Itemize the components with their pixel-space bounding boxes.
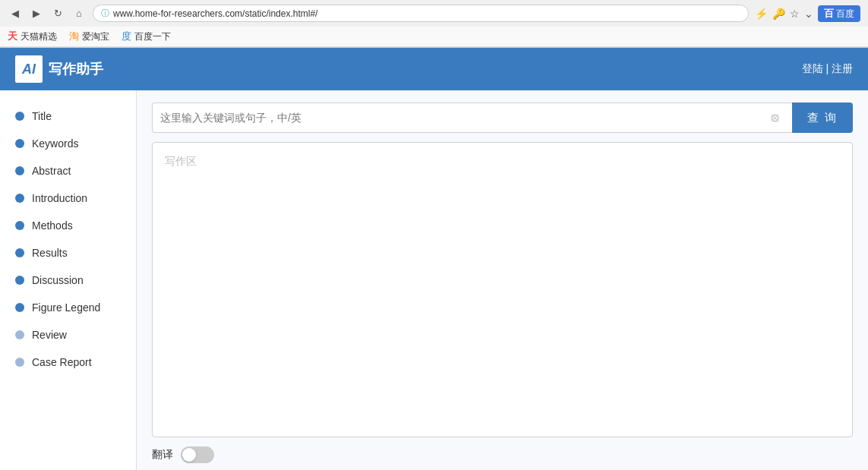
search-input-wrapper: ⦻ — [152, 103, 792, 133]
bookmark-baidu[interactable]: 度 百度一下 — [122, 30, 171, 43]
header-auth: 登陆 | 注册 — [802, 62, 853, 76]
login-link[interactable]: 登陆 — [802, 62, 823, 74]
nav-back-btn[interactable]: ◀ — [8, 6, 23, 21]
sidebar-label-discussion: Discussion — [32, 274, 84, 286]
tianmao-label: 天猫精选 — [21, 30, 57, 43]
sidebar-label-review: Review — [32, 329, 67, 341]
sidebar-dot-case-report — [15, 358, 24, 367]
baidu-bookmark-label: 百度一下 — [134, 30, 171, 43]
sidebar-item-review[interactable]: Review — [0, 321, 136, 349]
lightning-icon[interactable]: ⚡ — [755, 8, 768, 20]
translation-row: 翻译 — [152, 446, 853, 463]
sidebar-dot-introduction — [15, 194, 24, 203]
browser-chrome: ◀ ▶ ↻ ⌂ ⓘ www.home-for-researchers.com/s… — [0, 0, 868, 48]
sidebar-dot-abstract — [15, 166, 24, 175]
sidebar-item-figure-legend[interactable]: Figure Legend — [0, 294, 136, 321]
tianmao-icon: 天 — [8, 30, 17, 43]
star-icon[interactable]: ☆ — [790, 8, 800, 20]
app-header: AI 写作助手 登陆 | 注册 — [0, 48, 868, 90]
key-icon[interactable]: 🔑 — [772, 8, 785, 20]
sidebar-dot-methods — [15, 221, 24, 230]
browser-toolbar: ◀ ▶ ↻ ⌂ ⓘ www.home-for-researchers.com/s… — [0, 0, 868, 27]
baidu-label: 百度 — [836, 8, 854, 19]
sidebar-label-results: Results — [32, 247, 68, 259]
taobao-icon: 淘 — [69, 30, 79, 43]
search-button[interactable]: 查 询 — [792, 103, 853, 133]
sidebar-dot-figure-legend — [15, 303, 24, 312]
writing-placeholder: 写作区 — [165, 155, 197, 167]
app-logo: AI 写作助手 — [15, 55, 103, 83]
sidebar-item-methods[interactable]: Methods — [0, 212, 136, 239]
bookmark-tianmao[interactable]: 天 天猫精选 — [8, 30, 57, 43]
search-clear-button[interactable]: ⦻ — [766, 111, 784, 125]
auth-separator: | — [823, 62, 832, 74]
sidebar-item-keywords[interactable]: Keywords — [0, 130, 136, 157]
sidebar-label-introduction: Introduction — [32, 192, 87, 204]
security-icon: ⓘ — [101, 8, 109, 19]
register-link[interactable]: 注册 — [832, 62, 853, 74]
address-bar[interactable]: ⓘ www.home-for-researchers.com/static/in… — [93, 5, 749, 22]
sidebar-label-figure-legend: Figure Legend — [32, 301, 100, 314]
sidebar-label-case-report: Case Report — [32, 356, 92, 368]
sidebar-item-case-report[interactable]: Case Report — [0, 349, 136, 376]
nav-refresh-btn[interactable]: ↻ — [50, 6, 65, 21]
translation-toggle[interactable] — [181, 446, 214, 463]
bookmarks-bar: 天 天猫精选 淘 爱淘宝 度 百度一下 — [0, 27, 868, 47]
bookmark-taobao[interactable]: 淘 爱淘宝 — [69, 30, 109, 43]
sidebar-item-abstract[interactable]: Abstract — [0, 157, 136, 185]
search-row: ⦻ 查 询 — [152, 103, 853, 133]
sidebar-label-abstract: Abstract — [32, 165, 71, 177]
sidebar-label-methods: Methods — [32, 219, 73, 232]
translation-label: 翻译 — [152, 448, 173, 462]
main-panel: ⦻ 查 询 写作区 翻译 — [137, 90, 868, 470]
sidebar-label-keywords: Keywords — [32, 137, 78, 150]
sidebar-label-title: Title — [32, 110, 52, 122]
sidebar-item-introduction[interactable]: Introduction — [0, 185, 136, 212]
toggle-knob — [182, 448, 196, 462]
sidebar-item-results[interactable]: Results — [0, 239, 136, 267]
search-input[interactable] — [160, 112, 766, 124]
sidebar-dot-title — [15, 112, 24, 121]
app-body: Title Keywords Abstract Introduction Met… — [0, 90, 868, 470]
sidebar-dot-results — [15, 248, 24, 257]
nav-home-btn[interactable]: ⌂ — [71, 6, 87, 21]
logo-text: 写作助手 — [49, 60, 103, 78]
logo-ai-text: AI — [22, 62, 36, 77]
chevron-down-icon[interactable]: ⌄ — [804, 8, 813, 20]
writing-area[interactable]: 写作区 — [152, 142, 853, 437]
taobao-label: 爱淘宝 — [82, 30, 109, 43]
url-text: www.home-for-researchers.com/static/inde… — [113, 8, 740, 19]
baidu-button[interactable]: 百 百度 — [818, 5, 860, 22]
sidebar-dot-keywords — [15, 139, 24, 148]
baidu-bookmark-icon: 度 — [122, 30, 131, 43]
sidebar-dot-discussion — [15, 276, 24, 285]
browser-right-icons: ⚡ 🔑 ☆ ⌄ 百 百度 — [755, 5, 860, 22]
app-wrapper: AI 写作助手 登陆 | 注册 Title Keywords Abstract — [0, 48, 868, 470]
sidebar: Title Keywords Abstract Introduction Met… — [0, 90, 137, 470]
nav-forward-btn[interactable]: ▶ — [29, 6, 44, 21]
sidebar-item-discussion[interactable]: Discussion — [0, 267, 136, 294]
baidu-logo: 百 — [824, 8, 834, 19]
sidebar-dot-review — [15, 330, 24, 339]
logo-ai-box: AI — [15, 55, 43, 83]
sidebar-item-title[interactable]: Title — [0, 103, 136, 130]
